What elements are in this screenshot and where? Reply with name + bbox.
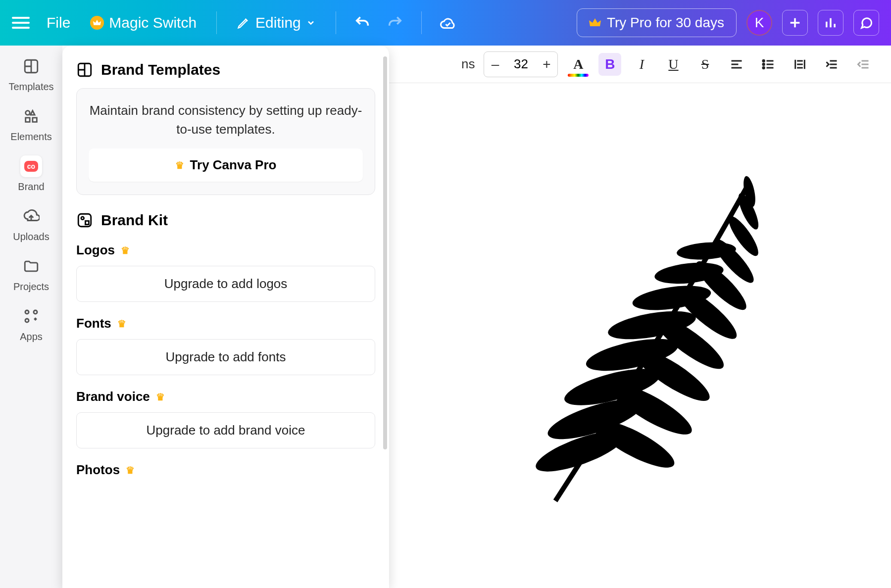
brand-voice-section-label: Brand voice ♛ bbox=[76, 389, 375, 404]
menu-icon[interactable] bbox=[12, 13, 32, 33]
font-family-dropdown-partial[interactable]: ns bbox=[461, 56, 475, 72]
indent-increase-button[interactable] bbox=[820, 53, 843, 76]
sidebar-item-templates[interactable]: Templates bbox=[0, 55, 62, 93]
projects-icon bbox=[20, 255, 42, 277]
uploads-label: Uploads bbox=[13, 231, 49, 243]
bold-button[interactable]: B bbox=[598, 53, 621, 76]
brand-templates-heading: Brand Templates bbox=[76, 61, 375, 78]
magic-switch-label: Magic Switch bbox=[109, 14, 197, 31]
logos-section-label: Logos ♛ bbox=[76, 243, 375, 258]
upgrade-brand-voice-button[interactable]: Upgrade to add brand voice bbox=[76, 412, 375, 448]
elements-label: Elements bbox=[10, 131, 51, 143]
add-button[interactable] bbox=[782, 10, 808, 36]
try-canva-pro-label: Try Canva Pro bbox=[190, 157, 277, 173]
try-pro-button[interactable]: Try Pro for 30 days bbox=[577, 8, 737, 37]
crown-icon: ♛ bbox=[121, 245, 130, 256]
brand-kit-title: Brand Kit bbox=[101, 212, 168, 229]
crown-icon: ♛ bbox=[156, 391, 165, 403]
chevron-down-icon bbox=[306, 18, 316, 28]
align-button[interactable] bbox=[725, 53, 748, 76]
templates-icon bbox=[20, 55, 42, 77]
crown-icon bbox=[90, 16, 104, 30]
sidebar-item-apps[interactable]: Apps bbox=[0, 305, 62, 343]
sidebar-item-uploads[interactable]: Uploads bbox=[0, 205, 62, 243]
upgrade-logos-button[interactable]: Upgrade to add logos bbox=[76, 266, 375, 302]
brand-icon: co bbox=[20, 155, 42, 177]
svg-point-3 bbox=[34, 310, 37, 314]
apps-label: Apps bbox=[20, 331, 43, 343]
brand-label: Brand bbox=[18, 181, 44, 193]
italic-button[interactable]: I bbox=[630, 53, 653, 76]
crown-icon: ♛ bbox=[117, 318, 126, 330]
leaf-graphic[interactable] bbox=[526, 154, 773, 511]
uploads-icon bbox=[20, 205, 42, 227]
left-sidebar: Templates Elements co Brand Uploads Proj… bbox=[0, 46, 62, 588]
projects-label: Projects bbox=[13, 281, 49, 293]
font-size-value: 32 bbox=[506, 56, 536, 72]
svg-point-2 bbox=[25, 310, 29, 314]
templates-icon bbox=[76, 61, 93, 78]
upgrade-fonts-button[interactable]: Upgrade to add fonts bbox=[76, 339, 375, 375]
brand-kit-heading: Brand Kit bbox=[76, 212, 375, 229]
svg-point-28 bbox=[81, 217, 84, 220]
photos-label: Photos bbox=[76, 462, 120, 478]
indent-decrease-button[interactable] bbox=[852, 53, 875, 76]
brand-kit-icon bbox=[76, 212, 93, 229]
try-pro-label: Try Pro for 30 days bbox=[607, 15, 724, 31]
pencil-icon bbox=[237, 16, 250, 30]
list-button[interactable] bbox=[757, 53, 780, 76]
divider bbox=[216, 11, 217, 34]
sidebar-item-projects[interactable]: Projects bbox=[0, 255, 62, 293]
brand-consistency-card: Maintain brand consistency by setting up… bbox=[76, 88, 375, 195]
templates-label: Templates bbox=[8, 81, 53, 93]
redo-button[interactable] bbox=[384, 11, 406, 34]
svg-point-7 bbox=[763, 67, 765, 69]
editing-mode-dropdown[interactable]: Editing bbox=[232, 11, 321, 34]
text-color-button[interactable]: A bbox=[567, 53, 590, 76]
crown-icon: ♛ bbox=[175, 159, 184, 171]
underline-button[interactable]: U bbox=[662, 53, 685, 76]
crown-icon: ♛ bbox=[126, 464, 135, 476]
crown-icon bbox=[589, 18, 601, 28]
apps-icon bbox=[20, 305, 42, 327]
top-toolbar: File Magic Switch Editing Try Pro for 30… bbox=[0, 0, 891, 46]
fonts-label: Fonts bbox=[76, 316, 111, 331]
font-size-decrease[interactable]: – bbox=[484, 52, 506, 77]
magic-switch-button[interactable]: Magic Switch bbox=[85, 11, 201, 34]
panel-scrollbar[interactable] bbox=[383, 56, 387, 449]
divider bbox=[336, 11, 336, 34]
svg-rect-29 bbox=[85, 221, 89, 225]
file-menu[interactable]: File bbox=[42, 11, 75, 34]
elements-icon bbox=[20, 105, 42, 127]
fonts-section-label: Fonts ♛ bbox=[76, 316, 375, 331]
font-size-stepper[interactable]: – 32 + bbox=[484, 51, 558, 77]
divider bbox=[421, 11, 422, 34]
spacing-button[interactable] bbox=[789, 53, 811, 76]
svg-point-1 bbox=[26, 111, 30, 115]
analytics-button[interactable] bbox=[818, 10, 843, 36]
sidebar-item-elements[interactable]: Elements bbox=[0, 105, 62, 143]
strikethrough-button[interactable]: S bbox=[693, 53, 716, 76]
sidebar-item-brand[interactable]: co Brand bbox=[0, 155, 62, 193]
photos-section-label: Photos ♛ bbox=[76, 462, 375, 478]
cloud-sync-icon[interactable] bbox=[437, 11, 459, 34]
svg-point-5 bbox=[763, 60, 765, 62]
font-size-increase[interactable]: + bbox=[536, 52, 557, 77]
design-canvas[interactable] bbox=[461, 95, 881, 578]
svg-point-6 bbox=[763, 63, 765, 65]
brand-voice-label: Brand voice bbox=[76, 389, 150, 404]
try-canva-pro-button[interactable]: ♛ Try Canva Pro bbox=[89, 148, 363, 182]
brand-panel: Brand Templates Maintain brand consisten… bbox=[62, 46, 389, 588]
editing-label: Editing bbox=[255, 14, 301, 31]
svg-point-4 bbox=[25, 319, 29, 322]
brand-consistency-text: Maintain brand consistency by setting up… bbox=[89, 101, 363, 139]
brand-templates-title: Brand Templates bbox=[101, 61, 220, 78]
user-avatar[interactable]: K bbox=[746, 10, 772, 36]
undo-button[interactable] bbox=[351, 11, 374, 34]
logos-label: Logos bbox=[76, 243, 115, 258]
comment-button[interactable] bbox=[853, 10, 879, 36]
